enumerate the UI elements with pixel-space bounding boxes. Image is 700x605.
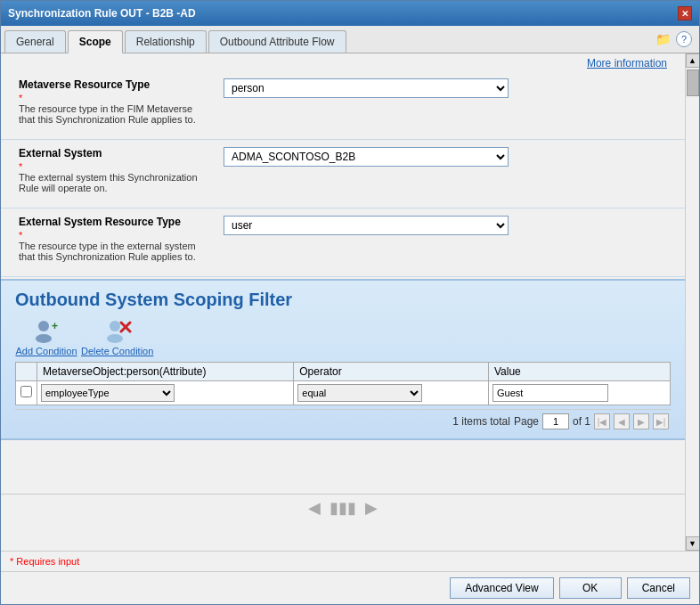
items-total: 1 items total [452,415,510,428]
delete-condition-label[interactable]: Delete Condition [81,346,153,356]
page-input[interactable] [542,413,569,429]
delete-condition-icon [103,317,132,346]
filter-toolbar: + Add Condition [15,317,671,356]
add-condition-action[interactable]: + Add Condition [15,317,77,356]
requires-input-label: * Requires input [10,554,79,568]
external-resource-row: External System Resource Type * The reso… [19,216,667,267]
row-checkbox[interactable] [20,386,32,397]
metaverse-row: Metaverse Resource Type * The resource t… [19,78,667,130]
external-system-required-star: * [19,161,215,172]
help-icon[interactable]: ? [676,31,692,47]
row-value-cell [488,381,670,405]
tab-relationship[interactable]: Relationship [125,30,207,53]
pagination-bar: 1 items total Page of 1 |◀ ◀ ▶ ▶| [15,409,671,433]
col-value: Value [488,363,670,381]
filter-table: MetaverseObject:person(Attribute) Operat… [15,362,671,405]
scoping-filter-section: Outbound System Scoping Filter + Add Con… [1,279,685,440]
ok-button[interactable]: OK [559,577,622,599]
scroll-up-btn[interactable]: ▲ [686,53,700,68]
svg-point-3 [110,321,120,331]
cancel-button[interactable]: Cancel [627,577,690,599]
scroll-area: More information Metaverse Resource Type… [1,53,685,551]
external-resource-required-star: * [19,230,215,241]
metaverse-section: Metaverse Resource Type * The resource t… [1,71,685,140]
add-person-svg: + [32,317,61,346]
external-system-label-col: External System * The external system th… [19,147,215,199]
col-operator: Operator [294,363,489,381]
footer-buttons: Advanced View OK Cancel [1,571,699,604]
toolbar-icons: 📁 ? [649,26,696,53]
metaverse-required-star: * [19,93,215,103]
metaverse-dropdown[interactable]: person [224,78,509,98]
window-title: Synchronization Rule OUT - B2B -AD [8,7,196,20]
tabs-bar: General Scope Relationship Outbound Attr… [1,26,699,53]
add-condition-icon: + [32,317,61,346]
main-window: Synchronization Rule OUT - B2B -AD ✕ Gen… [0,0,700,605]
tab-general[interactable]: General [4,30,66,53]
row-checkbox-cell [16,381,37,405]
value-input[interactable] [492,384,608,402]
metaverse-control: person [224,78,667,98]
external-resource-control: user [224,216,667,235]
close-button[interactable]: ✕ [678,6,692,20]
row-operator-cell: equal [294,381,489,405]
of-label: of 1 [573,415,590,428]
title-bar: Synchronization Rule OUT - B2B -AD ✕ [1,1,699,26]
first-page-btn[interactable]: |◀ [594,413,610,429]
metaverse-label-col: Metaverse Resource Type * The resource t… [19,78,215,130]
add-condition-label[interactable]: Add Condition [15,346,77,356]
svg-text:+: + [52,320,58,332]
delete-condition-action[interactable]: Delete Condition [81,317,153,356]
col-attribute: MetaverseObject:person(Attribute) [37,363,294,381]
scroll-thumb[interactable] [687,69,699,96]
external-system-desc: The external system this Synchronization… [19,172,206,193]
external-resource-dropdown[interactable]: user [224,216,509,235]
bottom-scroll-hint: ◀ ▮▮▮ ▶ [1,494,685,521]
page-label: Page [514,415,539,428]
external-resource-label-col: External System Resource Type * The reso… [19,216,215,267]
external-resource-desc: The resource type in the external system… [19,241,206,262]
external-system-section: External System * The external system th… [1,140,685,208]
last-page-btn[interactable]: ▶| [653,413,669,429]
bottom-bar: * Requires input [1,551,699,571]
external-resource-section: External System Resource Type * The reso… [1,208,685,277]
more-info-link[interactable]: More information [1,53,685,71]
svg-point-1 [36,334,52,343]
filter-table-header-row: MetaverseObject:person(Attribute) Operat… [16,363,671,381]
next-page-btn[interactable]: ▶ [633,413,649,429]
external-resource-title: External System Resource Type [19,216,215,228]
table-row: employeeType equal [16,381,671,405]
col-checkbox [16,363,37,381]
scroll-down-btn[interactable]: ▼ [686,536,700,551]
delete-x-svg [103,317,132,346]
external-system-title: External System [19,147,215,159]
external-system-control: ADMA_SCONTOSO_B2B [224,147,667,167]
svg-point-0 [38,321,49,331]
operator-dropdown[interactable]: equal [297,384,422,402]
spacer [1,440,685,494]
external-system-dropdown[interactable]: ADMA_SCONTOSO_B2B [224,147,509,167]
advanced-view-button[interactable]: Advanced View [450,577,554,599]
scoping-filter-title: Outbound System Scoping Filter [15,290,671,310]
vertical-scrollbar[interactable]: ▲ ▼ [685,53,699,551]
metaverse-desc: The resource type in the FIM Metaverse t… [19,103,206,125]
svg-point-4 [107,334,123,343]
row-attribute-cell: employeeType [37,381,294,405]
metaverse-title: Metaverse Resource Type [19,78,215,91]
attribute-dropdown[interactable]: employeeType [41,384,175,402]
folder-icon[interactable]: 📁 [653,29,672,49]
prev-page-btn[interactable]: ◀ [614,413,630,429]
tab-outbound-attribute-flow[interactable]: Outbound Attribute Flow [208,30,346,53]
tab-scope[interactable]: Scope [68,30,123,53]
main-content: More information Metaverse Resource Type… [1,53,699,551]
external-system-row: External System * The external system th… [19,147,667,199]
tabs-container: General Scope Relationship Outbound Attr… [4,30,348,53]
